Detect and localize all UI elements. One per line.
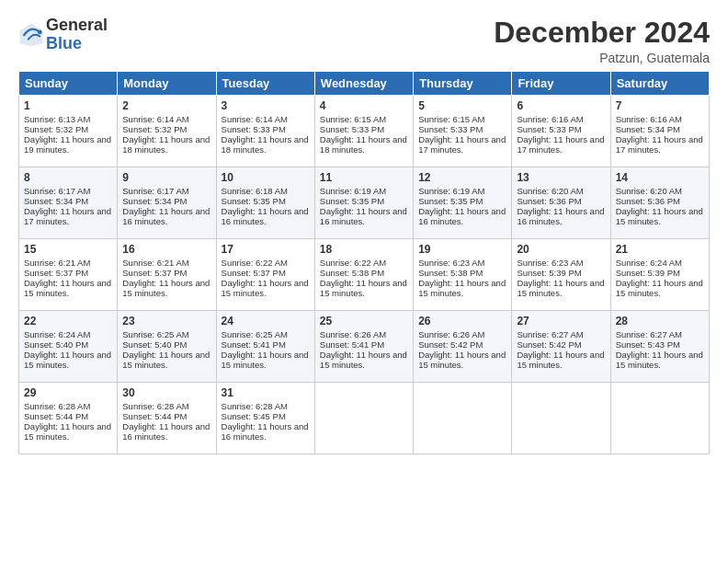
calendar-cell: 29Sunrise: 6:28 AMSunset: 5:44 PMDayligh… xyxy=(19,383,118,454)
sunrise-text: Sunrise: 6:28 AM xyxy=(24,401,90,411)
daylight-text: Daylight: 11 hours and 17 minutes. xyxy=(418,134,506,155)
sunset-text: Sunset: 5:39 PM xyxy=(616,268,680,278)
day-number: 9 xyxy=(122,171,210,184)
daylight-text: Daylight: 11 hours and 15 minutes. xyxy=(418,278,506,298)
day-number: 4 xyxy=(320,99,408,112)
sunset-text: Sunset: 5:40 PM xyxy=(24,339,88,350)
day-number: 24 xyxy=(222,315,310,327)
sunrise-text: Sunrise: 6:21 AM xyxy=(24,258,90,268)
daylight-text: Daylight: 11 hours and 15 minutes. xyxy=(418,350,506,370)
daylight-text: Daylight: 11 hours and 16 minutes. xyxy=(222,206,309,226)
sunset-text: Sunset: 5:32 PM xyxy=(24,124,88,134)
calendar-cell xyxy=(414,383,512,454)
sunrise-text: Sunrise: 6:23 AM xyxy=(418,258,484,268)
sunset-text: Sunset: 5:34 PM xyxy=(122,196,187,206)
daylight-text: Daylight: 11 hours and 17 minutes. xyxy=(24,206,111,226)
day-header-friday: Friday xyxy=(512,72,610,96)
daylight-text: Daylight: 11 hours and 15 minutes. xyxy=(517,278,604,298)
sunset-text: Sunset: 5:45 PM xyxy=(222,411,286,421)
calendar-cell: 14Sunrise: 6:20 AMSunset: 5:36 PMDayligh… xyxy=(610,167,709,239)
day-number: 21 xyxy=(616,243,704,256)
calendar-cell: 26Sunrise: 6:26 AMSunset: 5:42 PMDayligh… xyxy=(414,311,512,383)
calendar-week-row: 22Sunrise: 6:24 AMSunset: 5:40 PMDayligh… xyxy=(19,311,710,383)
sunrise-text: Sunrise: 6:14 AM xyxy=(122,114,188,124)
sunrise-text: Sunrise: 6:15 AM xyxy=(418,114,484,124)
calendar-cell: 30Sunrise: 6:28 AMSunset: 5:44 PMDayligh… xyxy=(118,383,216,454)
sunrise-text: Sunrise: 6:20 AM xyxy=(616,186,682,196)
location: Patzun, Guatemala xyxy=(494,51,710,65)
sunrise-text: Sunrise: 6:23 AM xyxy=(517,258,583,268)
daylight-text: Daylight: 11 hours and 16 minutes. xyxy=(320,206,407,226)
sunset-text: Sunset: 5:44 PM xyxy=(24,411,88,421)
day-number: 3 xyxy=(222,99,310,112)
daylight-text: Daylight: 11 hours and 16 minutes. xyxy=(122,421,210,442)
calendar-cell: 15Sunrise: 6:21 AMSunset: 5:37 PMDayligh… xyxy=(19,239,118,311)
sunset-text: Sunset: 5:32 PM xyxy=(122,124,187,134)
sunrise-text: Sunrise: 6:17 AM xyxy=(24,186,90,196)
daylight-text: Daylight: 11 hours and 17 minutes. xyxy=(616,134,703,155)
calendar-cell: 6Sunrise: 6:16 AMSunset: 5:33 PMDaylight… xyxy=(512,96,610,167)
day-number: 8 xyxy=(24,171,112,184)
daylight-text: Daylight: 11 hours and 15 minutes. xyxy=(320,350,407,370)
day-header-tuesday: Tuesday xyxy=(216,72,314,96)
sunrise-text: Sunrise: 6:21 AM xyxy=(122,258,188,268)
sunset-text: Sunset: 5:40 PM xyxy=(122,339,187,350)
calendar-cell: 23Sunrise: 6:25 AMSunset: 5:40 PMDayligh… xyxy=(118,311,216,383)
daylight-text: Daylight: 11 hours and 15 minutes. xyxy=(24,350,111,370)
sunrise-text: Sunrise: 6:22 AM xyxy=(222,258,288,268)
sunrise-text: Sunrise: 6:27 AM xyxy=(616,329,682,339)
calendar-week-row: 8Sunrise: 6:17 AMSunset: 5:34 PMDaylight… xyxy=(19,167,710,239)
day-number: 1 xyxy=(24,99,112,112)
daylight-text: Daylight: 11 hours and 18 minutes. xyxy=(122,134,210,155)
sunset-text: Sunset: 5:38 PM xyxy=(418,268,483,278)
daylight-text: Daylight: 11 hours and 15 minutes. xyxy=(616,278,703,298)
day-number: 10 xyxy=(222,171,310,184)
day-number: 17 xyxy=(222,243,310,256)
sunset-text: Sunset: 5:38 PM xyxy=(320,268,384,278)
title-block: December 2024 Patzun, Guatemala xyxy=(494,17,710,65)
header: General Blue December 2024 Patzun, Guate… xyxy=(18,17,710,65)
daylight-text: Daylight: 11 hours and 15 minutes. xyxy=(222,350,309,370)
sunrise-text: Sunrise: 6:22 AM xyxy=(320,258,386,268)
sunrise-text: Sunrise: 6:19 AM xyxy=(320,186,386,196)
calendar-week-row: 15Sunrise: 6:21 AMSunset: 5:37 PMDayligh… xyxy=(19,239,710,311)
day-number: 14 xyxy=(616,171,704,184)
sunset-text: Sunset: 5:39 PM xyxy=(517,268,581,278)
calendar-header-row: SundayMondayTuesdayWednesdayThursdayFrid… xyxy=(19,72,710,96)
calendar-cell: 16Sunrise: 6:21 AMSunset: 5:37 PMDayligh… xyxy=(118,239,216,311)
calendar-cell: 3Sunrise: 6:14 AMSunset: 5:33 PMDaylight… xyxy=(216,96,314,167)
day-number: 13 xyxy=(517,171,605,184)
calendar-cell: 8Sunrise: 6:17 AMSunset: 5:34 PMDaylight… xyxy=(19,167,118,239)
calendar-week-row: 1Sunrise: 6:13 AMSunset: 5:32 PMDaylight… xyxy=(19,96,710,167)
calendar-cell: 12Sunrise: 6:19 AMSunset: 5:35 PMDayligh… xyxy=(414,167,512,239)
calendar-cell: 27Sunrise: 6:27 AMSunset: 5:42 PMDayligh… xyxy=(512,311,610,383)
daylight-text: Daylight: 11 hours and 19 minutes. xyxy=(24,134,111,155)
daylight-text: Daylight: 11 hours and 15 minutes. xyxy=(24,421,111,442)
daylight-text: Daylight: 11 hours and 15 minutes. xyxy=(517,350,604,370)
day-number: 2 xyxy=(122,99,210,112)
calendar-cell xyxy=(610,383,709,454)
sunset-text: Sunset: 5:37 PM xyxy=(122,268,187,278)
sunrise-text: Sunrise: 6:26 AM xyxy=(320,329,386,339)
daylight-text: Daylight: 11 hours and 16 minutes. xyxy=(122,206,210,226)
sunset-text: Sunset: 5:36 PM xyxy=(616,196,680,206)
day-number: 16 xyxy=(122,243,210,256)
day-header-wednesday: Wednesday xyxy=(314,72,413,96)
sunrise-text: Sunrise: 6:18 AM xyxy=(222,186,288,196)
sunset-text: Sunset: 5:37 PM xyxy=(222,268,286,278)
sunrise-text: Sunrise: 6:24 AM xyxy=(616,258,682,268)
calendar-cell: 21Sunrise: 6:24 AMSunset: 5:39 PMDayligh… xyxy=(610,239,709,311)
calendar-cell: 22Sunrise: 6:24 AMSunset: 5:40 PMDayligh… xyxy=(19,311,118,383)
day-number: 26 xyxy=(418,315,506,327)
calendar-cell: 20Sunrise: 6:23 AMSunset: 5:39 PMDayligh… xyxy=(512,239,610,311)
day-number: 22 xyxy=(24,315,112,327)
calendar-cell: 7Sunrise: 6:16 AMSunset: 5:34 PMDaylight… xyxy=(610,96,709,167)
calendar-cell xyxy=(512,383,610,454)
sunset-text: Sunset: 5:33 PM xyxy=(418,124,483,134)
sunset-text: Sunset: 5:42 PM xyxy=(418,339,483,350)
day-number: 6 xyxy=(517,99,605,112)
sunset-text: Sunset: 5:43 PM xyxy=(616,339,680,350)
day-number: 29 xyxy=(24,386,112,399)
calendar-cell: 13Sunrise: 6:20 AMSunset: 5:36 PMDayligh… xyxy=(512,167,610,239)
logo-blue-text: Blue xyxy=(46,35,108,53)
